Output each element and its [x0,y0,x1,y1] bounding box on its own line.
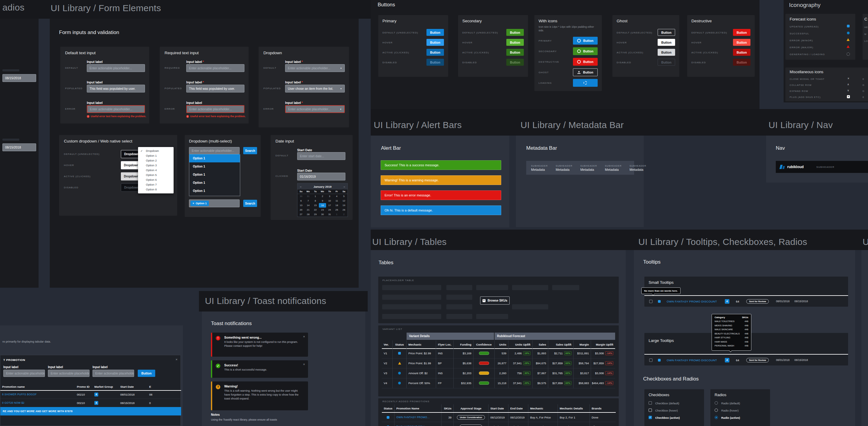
promotion-link[interactable]: OWN FANTASY PROMO DISCOUNT [667,300,717,303]
calendar-day[interactable]: 2 [319,194,326,199]
calendar-day[interactable]: 31 [305,194,312,199]
text-input[interactable]: Enter actionable placeholder... [93,370,134,377]
primary-button-hover[interactable]: Button [427,39,444,46]
date-input[interactable]: 01/16/2019 [297,173,345,181]
calendar-day[interactable]: 5 [340,194,347,199]
text-input[interactable]: Enter actionable placeholder... [48,370,90,377]
calendar-day[interactable]: 7 [305,199,312,203]
calendar-day[interactable]: 12 [340,199,347,203]
approval-stage-pill[interactable]: Sent for Review [460,425,482,426]
promotion-link[interactable]: OWN FANTASY PROMO DISCOUNT [667,359,717,362]
calendar-day[interactable]: 24 [326,207,333,212]
calendar-day[interactable]: 29 [312,212,319,217]
checkbox-hover[interactable] [649,408,652,412]
calendar-day[interactable]: 13 [298,203,305,207]
table-row[interactable]: 8 SHOWER PUFFS BOGOF 00210 4 08/01/2018 … [0,390,181,399]
multi-select-input[interactable]: Enter actionable placeholder... [189,147,240,154]
close-icon[interactable]: × [303,335,305,338]
calendar-day[interactable]: 26 [340,207,347,212]
promotion-row[interactable]: OWN FANTASY PROMO DISCOUNT 4 64 Sent for… [644,354,848,365]
calendar-day[interactable]: 1 [312,194,319,199]
calendar-day[interactable]: 15 [312,203,319,207]
secondary-button-default[interactable]: Button [506,29,524,36]
table-row[interactable]: 0 GOT20 NOW $2 00210 4 08/15/2018 0 [0,399,181,407]
sent-for-review-button[interactable]: Sent for Review [746,358,769,362]
calendar-day[interactable]: 30 [319,212,326,217]
table-row[interactable]: V2 Price Point: $1.99 BP $5,638 26,877 3… [382,358,615,368]
promotion-row[interactable]: OWN FANTASY PROMO DISCOUNT 4 64 Sent for… [644,295,848,307]
table-row[interactable]: OWN FANTASY PROMO... 39 Under Considerat… [382,413,616,422]
menu-option[interactable]: Option 1 [189,170,240,179]
calendar-day[interactable]: 9 [319,199,326,203]
modal-button[interactable]: Button [138,370,155,377]
icon-button-primary[interactable]: Button [573,37,598,44]
search-button[interactable]: Search [243,200,257,207]
table-row-selected[interactable]: RE AND YOU GET MORE AND GET MORE WITH 87… [0,407,181,416]
menu-option[interactable]: Option 6 [138,177,174,182]
icon-button-ghost[interactable]: Button [573,68,598,76]
selected-chip[interactable]: ×Option 1 [190,201,209,206]
next-month-icon[interactable]: → [341,185,347,188]
count-badge[interactable]: 4 [725,299,730,304]
calendar-day[interactable]: 22 [312,207,319,212]
destructive-button-default[interactable]: Button [733,29,750,36]
calendar-day[interactable]: 25 [333,207,340,212]
approval-stage-pill[interactable]: Under Consideration [457,415,485,420]
count-badge[interactable]: 4 [94,393,98,396]
calendar-day[interactable]: 19 [340,203,347,207]
text-input[interactable]: This field was populated by user. [87,85,145,93]
count-badge[interactable]: 4 [725,358,730,362]
row-checkbox[interactable] [649,359,652,362]
calendar-day[interactable]: 10 [326,199,333,203]
calendar-day[interactable]: 11 [333,199,340,203]
search-button[interactable]: Search [243,147,257,154]
secondary-button-active[interactable]: Button [506,49,524,56]
menu-option-selected[interactable]: ✓Dropdown [138,149,174,153]
select-input-error[interactable]: Enter actionable placeholder...▼ [285,105,345,113]
calendar-day[interactable]: 20 [298,207,305,212]
calendar-day[interactable]: 6 [298,199,305,203]
destructive-button-active[interactable]: Button [733,49,750,56]
date-field[interactable]: 08/15/2018 [2,74,36,82]
count-badge[interactable]: 4 [94,401,98,405]
select-input[interactable]: Enter actionable placeholder...▼ [285,64,345,72]
close-icon[interactable]: × [176,358,178,361]
ghost-button-active[interactable]: Button [658,49,675,56]
checkbox-active[interactable]: ✓ [649,416,652,419]
radio-active[interactable] [715,416,718,419]
promotion-link[interactable]: OWN FANTASY PROMO... [395,413,441,422]
menu-option[interactable]: Option 7 [138,182,174,187]
calendar-day[interactable]: 3 [326,194,333,199]
destructive-button-hover[interactable]: Button [733,39,750,46]
calendar-day[interactable]: 14 [305,203,312,207]
multi-select-chips-input[interactable]: ×Option 1 [189,199,240,207]
close-icon[interactable]: × [193,202,194,205]
promotion-link[interactable]: 0 GOT20 NOW $2 [0,399,75,407]
calendar-day[interactable]: 1 [333,212,340,217]
browse-skus-button[interactable]: + Browse SKUs [480,296,510,304]
menu-option[interactable]: Option 8 [138,187,174,192]
calendar-day[interactable]: 8 [312,199,319,203]
brand-name[interactable]: rubikloud [787,165,804,169]
promotion-link[interactable]: THIS AWESOME DEAL [395,422,441,426]
calendar-day[interactable]: 17 [326,203,333,207]
radio-default[interactable] [715,401,718,404]
menu-option[interactable]: Option 1 [138,153,174,158]
ghost-button-hover[interactable]: Button [658,39,675,46]
menu-option[interactable]: Option 1 [189,179,240,187]
calendar-day-selected[interactable]: 16 [319,203,326,207]
text-input[interactable]: Enter actionable placeholder... [87,64,145,72]
checkbox-default[interactable] [649,401,652,404]
menu-option[interactable]: Option 3 [138,163,174,168]
calendar-day[interactable]: 31 [326,212,333,217]
menu-option[interactable]: Option 4 [138,168,174,173]
menu-option[interactable]: Option 1 [189,187,240,195]
calendar-day[interactable]: 23 [319,207,326,212]
primary-button-active[interactable]: Button [427,49,444,56]
icon-button-destructive[interactable]: Button [573,58,598,66]
calendar-day[interactable]: 28 [305,212,312,217]
icon-button-secondary[interactable]: Button [573,47,598,55]
text-input[interactable]: Enter actionable placeholder... [186,64,244,72]
promotion-link[interactable]: 8 SHOWER PUFFS BOGOF [0,390,75,399]
radio-hover[interactable] [715,408,718,412]
